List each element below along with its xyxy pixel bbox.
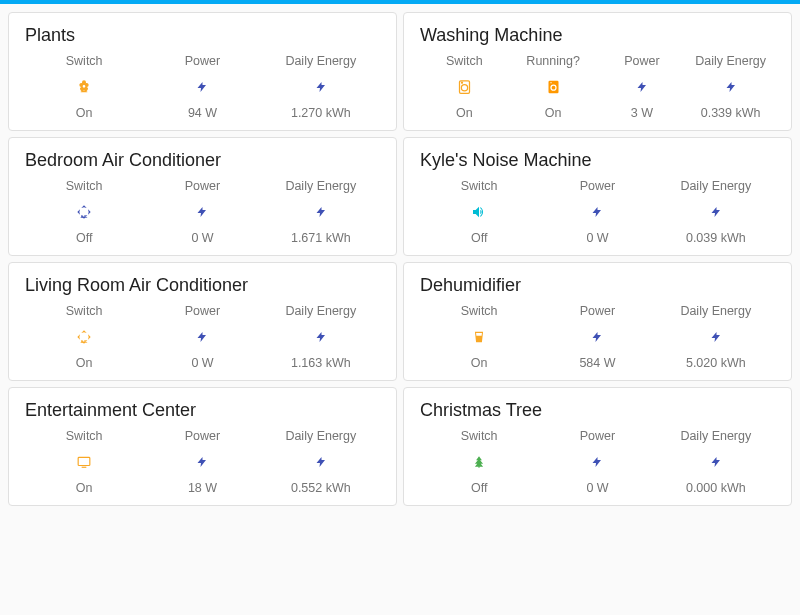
switch-state: Off bbox=[471, 481, 487, 495]
bolt-icon[interactable] bbox=[315, 78, 327, 96]
power-value: 0 W bbox=[191, 231, 213, 245]
bolt-icon[interactable] bbox=[315, 203, 327, 221]
switch-state: On bbox=[471, 356, 488, 370]
ac-icon[interactable]: A/C bbox=[76, 328, 92, 346]
energy-label: Daily Energy bbox=[695, 54, 766, 68]
card-columns: Switch A/C On Power 0 W Daily Energy 1.1… bbox=[25, 304, 380, 370]
card-title: Entertainment Center bbox=[25, 400, 380, 421]
col-running: Running? On bbox=[509, 54, 598, 120]
tree-icon[interactable] bbox=[472, 453, 486, 471]
svg-point-1 bbox=[461, 85, 467, 91]
bolt-icon[interactable] bbox=[710, 453, 722, 471]
col-power: Power 0 W bbox=[538, 179, 656, 245]
card-columns: Switch On Running? On Power 3 W bbox=[420, 54, 775, 120]
card-washing-machine: Washing Machine Switch On Running? On Po… bbox=[403, 12, 792, 131]
washer-icon[interactable] bbox=[546, 78, 561, 96]
card-columns: Switch On Power 584 W Daily Energy 5.020… bbox=[420, 304, 775, 370]
running-state: On bbox=[545, 106, 562, 120]
bolt-icon[interactable] bbox=[196, 203, 208, 221]
power-label: Power bbox=[185, 54, 220, 68]
col-energy: Daily Energy 0.339 kWh bbox=[686, 54, 775, 120]
card-title: Dehumidifier bbox=[420, 275, 775, 296]
svg-text:A/C: A/C bbox=[81, 339, 88, 344]
switch-state: On bbox=[76, 106, 93, 120]
flower-icon[interactable] bbox=[76, 78, 92, 96]
power-value: 0 W bbox=[586, 231, 608, 245]
switch-state: Off bbox=[471, 231, 487, 245]
switch-label: Switch bbox=[66, 54, 103, 68]
card-title: Kyle's Noise Machine bbox=[420, 150, 775, 171]
card-columns: Switch Off Power 0 W Daily Energy 0.000 … bbox=[420, 429, 775, 495]
svg-point-5 bbox=[551, 86, 555, 90]
bolt-icon[interactable] bbox=[196, 328, 208, 346]
power-value: 0 W bbox=[191, 356, 213, 370]
card-christmas-tree: Christmas Tree Switch Off Power 0 W Dail… bbox=[403, 387, 792, 506]
speaker-icon[interactable] bbox=[471, 203, 487, 221]
switch-label: Switch bbox=[446, 54, 483, 68]
energy-label: Daily Energy bbox=[285, 429, 356, 443]
col-energy: Daily Energy 1.270 kWh bbox=[262, 54, 380, 120]
bolt-icon[interactable] bbox=[710, 328, 722, 346]
power-value: 94 W bbox=[188, 106, 217, 120]
ac-icon[interactable]: A/C bbox=[76, 203, 92, 221]
energy-value: 0.339 kWh bbox=[701, 106, 761, 120]
dashboard-grid: Plants Switch On Power 94 W Daily Energy bbox=[0, 4, 800, 514]
col-switch: Switch On bbox=[420, 304, 538, 370]
switch-label: Switch bbox=[66, 304, 103, 318]
card-bedroom-ac: Bedroom Air Conditioner Switch A/C Off P… bbox=[8, 137, 397, 256]
energy-label: Daily Energy bbox=[680, 304, 751, 318]
bolt-icon[interactable] bbox=[636, 78, 648, 96]
bolt-icon[interactable] bbox=[591, 328, 603, 346]
bolt-icon[interactable] bbox=[196, 453, 208, 471]
power-label: Power bbox=[580, 304, 615, 318]
col-energy: Daily Energy 0.552 kWh bbox=[262, 429, 380, 495]
energy-value: 5.020 kWh bbox=[686, 356, 746, 370]
col-switch: Switch On bbox=[25, 429, 143, 495]
tv-icon[interactable] bbox=[75, 453, 93, 471]
switch-label: Switch bbox=[66, 179, 103, 193]
svg-rect-9 bbox=[78, 457, 90, 465]
col-power: Power 18 W bbox=[143, 429, 261, 495]
switch-state: On bbox=[76, 356, 93, 370]
card-title: Plants bbox=[25, 25, 380, 46]
col-energy: Daily Energy 1.163 kWh bbox=[262, 304, 380, 370]
power-label: Power bbox=[185, 304, 220, 318]
cup-icon[interactable] bbox=[472, 328, 486, 346]
bolt-icon[interactable] bbox=[710, 203, 722, 221]
power-value: 3 W bbox=[631, 106, 653, 120]
energy-value: 1.270 kWh bbox=[291, 106, 351, 120]
bolt-icon[interactable] bbox=[591, 203, 603, 221]
energy-label: Daily Energy bbox=[285, 179, 356, 193]
power-label: Power bbox=[624, 54, 659, 68]
washer-outline-icon[interactable] bbox=[457, 78, 472, 96]
col-energy: Daily Energy 5.020 kWh bbox=[657, 304, 775, 370]
card-columns: Switch On Power 18 W Daily Energy 0.552 … bbox=[25, 429, 380, 495]
energy-label: Daily Energy bbox=[680, 179, 751, 193]
energy-value: 1.163 kWh bbox=[291, 356, 351, 370]
col-switch: Switch On bbox=[25, 54, 143, 120]
bolt-icon[interactable] bbox=[196, 78, 208, 96]
card-columns: Switch On Power 94 W Daily Energy 1.270 … bbox=[25, 54, 380, 120]
bolt-icon[interactable] bbox=[725, 78, 737, 96]
power-label: Power bbox=[580, 179, 615, 193]
col-power: Power 3 W bbox=[598, 54, 687, 120]
card-title: Washing Machine bbox=[420, 25, 775, 46]
bolt-icon[interactable] bbox=[315, 328, 327, 346]
energy-label: Daily Energy bbox=[285, 54, 356, 68]
col-power: Power 0 W bbox=[538, 429, 656, 495]
card-title: Living Room Air Conditioner bbox=[25, 275, 380, 296]
switch-state: On bbox=[456, 106, 473, 120]
col-switch: Switch On bbox=[420, 54, 509, 120]
col-power: Power 0 W bbox=[143, 179, 261, 245]
svg-point-2 bbox=[461, 82, 462, 83]
col-power: Power 584 W bbox=[538, 304, 656, 370]
card-title: Christmas Tree bbox=[420, 400, 775, 421]
bolt-icon[interactable] bbox=[591, 453, 603, 471]
bolt-icon[interactable] bbox=[315, 453, 327, 471]
card-columns: Switch A/C Off Power 0 W Daily Energy 1.… bbox=[25, 179, 380, 245]
switch-label: Switch bbox=[461, 179, 498, 193]
power-label: Power bbox=[185, 429, 220, 443]
col-power: Power 94 W bbox=[143, 54, 261, 120]
power-value: 0 W bbox=[586, 481, 608, 495]
col-switch: Switch Off bbox=[420, 179, 538, 245]
